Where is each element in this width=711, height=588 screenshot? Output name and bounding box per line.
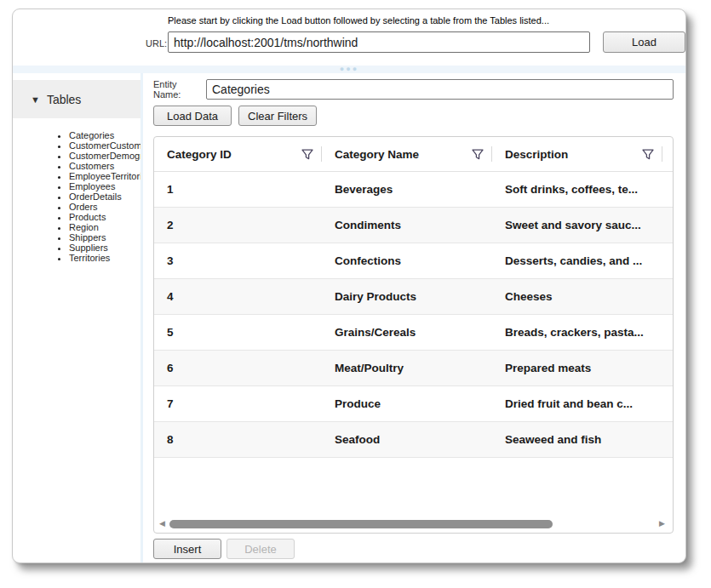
scroll-right-icon[interactable]: ▶ bbox=[659, 519, 668, 528]
sidebar-item-orders[interactable]: Orders bbox=[69, 202, 140, 212]
sidebar-item-orderdetails[interactable]: OrderDetails bbox=[69, 191, 140, 202]
sidebar-item-territories[interactable]: Territories bbox=[69, 253, 140, 263]
column-header-label: Category ID bbox=[167, 148, 232, 161]
data-grid: Category IDCategory NameDescription 1Bev… bbox=[153, 136, 674, 534]
table-cell: 7 bbox=[154, 397, 322, 410]
column-header-label: Category Name bbox=[335, 148, 419, 161]
table-cell: Dried fruit and bean c... bbox=[492, 397, 662, 410]
grid-empty-area bbox=[154, 458, 673, 517]
table-cell: Seaweed and fish bbox=[492, 433, 662, 446]
table-cell: Produce bbox=[322, 397, 492, 410]
table-cell: Meat/Poultry bbox=[322, 362, 492, 374]
sidebar-item-customers[interactable]: Customers bbox=[69, 161, 140, 171]
table-cell: 8 bbox=[154, 433, 322, 446]
sidebar-item-shippers[interactable]: Shippers bbox=[69, 232, 140, 243]
table-cell: 1 bbox=[154, 183, 322, 196]
horizontal-scrollbar: ◀ ▶ bbox=[156, 517, 671, 532]
load-data-button[interactable]: Load Data bbox=[153, 106, 232, 126]
table-cell: 4 bbox=[154, 290, 322, 303]
table-row[interactable]: 4Dairy ProductsCheeses bbox=[154, 279, 673, 315]
column-separator bbox=[662, 146, 662, 162]
splitter-grip-icon: ●●● bbox=[340, 66, 358, 72]
table-cell: 3 bbox=[154, 254, 322, 267]
horizontal-splitter[interactable]: ●●● bbox=[13, 66, 685, 73]
table-cell: 5 bbox=[154, 326, 322, 339]
table-cell: Breads, crackers, pasta... bbox=[492, 326, 662, 339]
collapse-arrow-icon: ▼ bbox=[31, 94, 40, 105]
insert-button[interactable]: Insert bbox=[153, 539, 221, 559]
table-cell: Condiments bbox=[322, 219, 492, 231]
table-row[interactable]: 8SeafoodSeaweed and fish bbox=[154, 422, 673, 458]
clear-filters-button[interactable]: Clear Filters bbox=[238, 106, 317, 126]
sidebar-item-region[interactable]: Region bbox=[69, 222, 140, 232]
tables-header[interactable]: ▼ Tables bbox=[13, 80, 140, 118]
table-cell: Sweet and savory sauc... bbox=[492, 219, 662, 231]
table-row[interactable]: 7ProduceDried fruit and bean c... bbox=[154, 386, 673, 422]
url-input[interactable] bbox=[168, 31, 590, 53]
entity-name-input[interactable] bbox=[206, 79, 674, 100]
sidebar-item-suppliers[interactable]: Suppliers bbox=[69, 243, 140, 253]
column-header-category-name[interactable]: Category Name bbox=[322, 137, 492, 171]
table-cell: 6 bbox=[154, 362, 322, 374]
main-panel: Entity Name: Load Data Clear Filters Cat… bbox=[143, 73, 685, 562]
tables-sidebar: ▼ Tables CategoriesCustomerCustomerCusto… bbox=[13, 73, 140, 562]
column-header-label: Description bbox=[505, 148, 568, 161]
table-cell: Dairy Products bbox=[322, 290, 492, 303]
grid-header-row: Category IDCategory NameDescription bbox=[154, 137, 673, 172]
scrollbar-thumb[interactable] bbox=[169, 520, 553, 528]
table-cell: Cheeses bbox=[492, 290, 662, 303]
sidebar-item-employeeterritories[interactable]: EmployeeTerritories bbox=[69, 171, 140, 181]
instruction-text: Please start by clicking the Load button… bbox=[168, 15, 685, 26]
table-cell: Seafood bbox=[322, 433, 492, 446]
table-cell: Beverages bbox=[322, 183, 492, 196]
app-window: Please start by clicking the Load button… bbox=[12, 9, 686, 563]
tables-list: CategoriesCustomerCustomerCustomerDemogr… bbox=[13, 130, 140, 263]
sidebar-item-customerdemograp[interactable]: CustomerDemograp bbox=[69, 151, 140, 161]
table-cell: Confections bbox=[322, 254, 492, 267]
table-row[interactable]: 3ConfectionsDesserts, candies, and ... bbox=[154, 243, 673, 279]
sidebar-item-categories[interactable]: Categories bbox=[69, 130, 140, 140]
table-cell: Soft drinks, coffees, te... bbox=[492, 183, 662, 196]
table-cell: Prepared meats bbox=[492, 362, 662, 374]
table-row[interactable]: 1BeveragesSoft drinks, coffees, te... bbox=[154, 172, 673, 208]
load-button[interactable]: Load bbox=[603, 31, 685, 53]
delete-button[interactable]: Delete bbox=[226, 539, 295, 559]
filter-funnel-icon[interactable] bbox=[642, 149, 654, 160]
filter-funnel-icon[interactable] bbox=[301, 149, 313, 160]
table-row[interactable]: 2CondimentsSweet and savory sauc... bbox=[154, 208, 673, 243]
tables-header-label: Tables bbox=[47, 93, 81, 106]
table-cell: Grains/Cereals bbox=[322, 326, 492, 339]
column-header-category-id[interactable]: Category ID bbox=[154, 137, 322, 171]
sidebar-item-employees[interactable]: Employees bbox=[69, 181, 140, 191]
grid-body: 1BeveragesSoft drinks, coffees, te...2Co… bbox=[154, 172, 673, 458]
url-label: URL: bbox=[146, 38, 167, 49]
table-cell: Desserts, candies, and ... bbox=[492, 254, 662, 267]
column-header-description[interactable]: Description bbox=[492, 137, 662, 171]
scroll-left-icon[interactable]: ◀ bbox=[159, 519, 168, 528]
entity-name-label: Entity Name: bbox=[153, 79, 206, 100]
table-row[interactable]: 5Grains/CerealsBreads, crackers, pasta..… bbox=[154, 315, 673, 351]
table-cell: 2 bbox=[154, 219, 322, 231]
sidebar-item-products[interactable]: Products bbox=[69, 212, 140, 222]
filter-funnel-icon[interactable] bbox=[472, 149, 484, 160]
sidebar-item-customercustomer[interactable]: CustomerCustomer bbox=[69, 140, 140, 151]
table-row[interactable]: 6Meat/PoultryPrepared meats bbox=[154, 351, 673, 386]
top-panel: Please start by clicking the Load button… bbox=[13, 9, 685, 66]
